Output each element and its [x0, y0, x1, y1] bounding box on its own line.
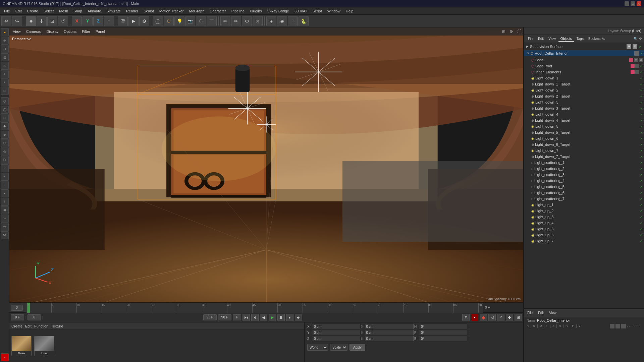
left-b17[interactable]: ⌘ — [1, 231, 9, 239]
menu-help[interactable]: Help — [343, 8, 356, 14]
toolbar-render[interactable]: ▶ — [128, 16, 139, 26]
toolbar-object-axis[interactable]: □ — [104, 16, 114, 26]
menu-create[interactable]: Create — [24, 8, 41, 14]
subdivision-expand-icon[interactable]: ▶ — [526, 45, 529, 48]
lightup3-check[interactable]: ✓ — [640, 215, 643, 219]
left-select[interactable]: ▶ — [1, 28, 9, 36]
light4-check[interactable]: ✓ — [640, 113, 643, 116]
close-button[interactable]: ✕ — [637, 1, 641, 6]
target7-check[interactable]: ✓ — [640, 155, 643, 159]
playback-key-icon[interactable]: ◆ — [480, 314, 487, 321]
tab-edit[interactable]: Edit — [536, 36, 546, 42]
attr-dot7[interactable]: · — [638, 324, 639, 328]
attr-dot6[interactable]: · — [637, 324, 638, 328]
menu-pipeline[interactable]: Pipeline — [229, 8, 247, 14]
menu-select[interactable]: Select — [41, 8, 57, 14]
toolbar-spline[interactable]: ⌇ — [288, 16, 298, 26]
timeline-ruler[interactable]: 0 5 10 15 20 25 30 35 40 45 50 — [26, 303, 483, 313]
tree-Light_up_2[interactable]: ◉ Light_up_2 ✓ — [524, 208, 644, 214]
menu-window[interactable]: Window — [325, 8, 343, 14]
left-b2[interactable]: ◯ — [1, 106, 9, 114]
menu-sculpt[interactable]: Sculpt — [141, 8, 157, 14]
menu-mesh[interactable]: Mesh — [56, 8, 71, 14]
tree-Light_down_2_Target[interactable]: ⊕ Light_down_2_Target ✓ — [524, 93, 644, 99]
left-b6[interactable]: 〇 — [1, 139, 9, 147]
playback-go-end[interactable]: ⏭ — [295, 314, 302, 321]
maximize-button[interactable]: □ — [631, 1, 635, 6]
mat-texture-btn[interactable]: Texture — [51, 324, 63, 328]
vp-options-btn[interactable]: Options — [62, 29, 78, 34]
base-roof-check[interactable]: ✓ — [640, 64, 643, 68]
playback-current-input[interactable] — [28, 314, 41, 320]
left-b11[interactable]: ~ — [1, 181, 9, 189]
scene-settings-icon[interactable]: ⚙ — [639, 37, 642, 41]
playback-record-icon[interactable]: ⚙ — [462, 314, 470, 321]
attrs-edit-tab[interactable]: Edit — [537, 310, 545, 315]
target1-check[interactable]: ✓ — [640, 82, 643, 86]
left-edge[interactable]: / — [1, 70, 9, 78]
playback-motion-icon[interactable]: P — [497, 314, 504, 321]
vp-options-icon[interactable]: ⚙ — [509, 29, 513, 34]
playback-fps-input[interactable] — [233, 314, 241, 320]
tree-Light_down_5_Target[interactable]: ⊕ Light_down_5_Target ✓ — [524, 129, 644, 135]
tree-Light_up_3[interactable]: ◉ Light_up_3 ✓ — [524, 214, 644, 220]
left-b10[interactable]: ≈ — [1, 173, 9, 181]
x-pos-input[interactable] — [313, 324, 360, 329]
left-b1[interactable]: ⬡ — [1, 97, 9, 105]
vp-panel-btn[interactable]: Panel — [94, 29, 106, 34]
toolbar-python[interactable]: 🐍 — [299, 16, 309, 26]
coord-scale-dropdown[interactable]: Scale Size — [330, 344, 347, 351]
playback-play-reverse[interactable]: ◀ — [260, 314, 267, 321]
mat-edit-btn[interactable]: Edit — [25, 324, 32, 328]
toolbar-character[interactable]: ◈ — [266, 16, 276, 26]
vp-view-btn[interactable]: View — [11, 29, 22, 34]
scatter2-check[interactable]: ✓ — [640, 167, 643, 171]
menu-character[interactable]: Character — [207, 8, 228, 14]
mat-create-btn[interactable]: Create — [11, 324, 22, 328]
coord-system-dropdown[interactable]: World Object Camera — [307, 344, 328, 351]
toolbar-move[interactable]: ✛ — [37, 16, 47, 26]
left-b7[interactable]: ◎ — [1, 147, 9, 156]
light6-check[interactable]: ✓ — [640, 137, 643, 140]
attr-dot2[interactable]: · — [629, 324, 630, 328]
tree-Light_scattering_7[interactable]: □ Light_scattering_7 ✓ — [524, 196, 644, 202]
menu-snap[interactable]: Snap — [71, 8, 85, 14]
tree-Light_scattering_5[interactable]: □ Light_scattering_5 ✓ — [524, 184, 644, 190]
menu-plugins[interactable]: Plugins — [247, 8, 265, 14]
playback-add-icon[interactable]: ✚ — [506, 314, 513, 321]
target5-check[interactable]: ✓ — [640, 131, 643, 134]
tree-Light_down_6_Target[interactable]: ⊕ Light_down_6_Target ✓ — [524, 141, 644, 147]
lightup7-check[interactable]: ✓ — [640, 239, 643, 243]
tab-view[interactable]: View — [546, 36, 558, 42]
left-b13[interactable]: ⌶ — [1, 198, 9, 206]
vp-cameras-btn[interactable]: Cameras — [25, 29, 43, 34]
lightup6-check[interactable]: ✓ — [640, 233, 643, 237]
toolbar-light[interactable]: 💡 — [174, 16, 184, 26]
tree-Light_scattering_3[interactable]: □ Light_scattering_3 ✓ — [524, 172, 644, 178]
tab-bookmarks[interactable]: Bookmarks — [586, 36, 607, 42]
tree-Light_up_1[interactable]: ◉ Light_up_1 ✓ — [524, 202, 644, 208]
scatter5-check[interactable]: ✓ — [640, 185, 643, 189]
attr-icon3[interactable] — [621, 324, 626, 328]
toolbar-redo[interactable]: ↪ — [12, 16, 22, 26]
left-b9[interactable]: ⌒ — [1, 164, 9, 172]
toolbar-x-axis[interactable]: X — [72, 16, 82, 26]
toolbar-magnet[interactable]: ⚙ — [242, 16, 252, 26]
playback-next-frame[interactable]: ⏵ — [286, 314, 293, 321]
left-b16[interactable]: ⌥ — [1, 223, 9, 231]
scatter4-check[interactable]: ✓ — [640, 179, 643, 183]
y-pos-input[interactable] — [313, 330, 360, 335]
left-scale[interactable]: ⊡ — [1, 53, 9, 61]
tree-Light_down_7_Target[interactable]: ⊕ Light_down_7_Target ✓ — [524, 154, 644, 160]
material-base-swatch[interactable]: Base — [11, 336, 32, 356]
vp-fullscreen-icon[interactable]: ⛶ — [517, 29, 521, 34]
vp-expand-icon[interactable]: ⊞ — [502, 29, 505, 34]
toolbar-brush[interactable]: ✏ — [231, 16, 241, 26]
toolbar-render-settings[interactable]: ⚙ — [139, 16, 149, 26]
lightup4-check[interactable]: ✓ — [640, 221, 643, 225]
inner-check[interactable]: ✓ — [640, 70, 643, 74]
playback-go-start[interactable]: ⏮ — [243, 314, 250, 321]
attr-dot1[interactable]: · — [627, 324, 628, 328]
toolbar-cube[interactable]: ⬡ — [164, 16, 174, 26]
playback-play[interactable]: ▶ — [269, 314, 276, 321]
